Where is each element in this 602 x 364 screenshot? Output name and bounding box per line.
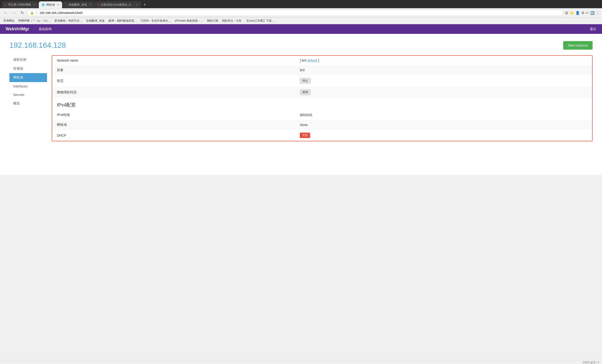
statusbar-text: CSDN @王 \ // [582,361,599,364]
ipv4-info-table: IPv4转发 BRIDGE 网络池 None DHCP 关闭 [52,110,592,141]
tab-title: (2条消息) kvm虚拟化_A pana... [101,3,134,7]
sidebar-item-Interfaces[interactable]: Interfaces [9,82,47,91]
field-value: None [295,120,592,130]
sidebar-item-网络池[interactable]: 网络池 [9,73,47,82]
bookmark-item[interactable]: 菜鸟教程 - 学的不仅… [53,18,83,23]
field-label: 设备 [52,65,295,75]
address-input[interactable] [40,11,560,15]
tab-close-button[interactable]: ✕ [57,3,59,6]
bookmark-item[interactable]: CSDN - 专业开发者社… [140,18,172,23]
bookmarks-bar: 常用网址哔哩哔哩（ *・ω）つロ…菜鸟教程 - 学的不仅…在线翻译_有道微博 –… [0,18,602,24]
bracket-open: [ [300,59,302,62]
logout-button[interactable]: 退出 [590,27,596,31]
new-instance-button[interactable]: New Instance [563,41,593,50]
field-label: 随物理机同启 [52,86,295,98]
field-value: BRIDGE [295,110,592,120]
translate-button[interactable]: 🔤 [590,11,595,15]
tab-close-button[interactable]: ✕ [136,3,138,6]
page-header: 192.168.164.128 New Instance [9,41,593,50]
field-label: IPv4转发 [52,110,295,120]
more-button[interactable]: ⋮ [596,11,600,15]
new-tab-button[interactable]: + [141,1,148,8]
sidebar-item-Secrets[interactable]: Secrets [9,91,47,99]
network-name-br0: br0 [302,59,306,62]
bookmark-item[interactable]: 微博 – 随时随地发现… [108,18,138,23]
bookmark-item[interactable]: 【Linux三剑客】下架… [244,18,276,23]
sidebar-item-概览[interactable]: 概览 [9,99,47,108]
app: WebVirtMgr 基础架构 退出 192.168.164.128 New I… [0,24,602,360]
brand-label: WebVirtMgr [6,27,29,32]
undo-button[interactable]: ↩ [586,11,589,15]
field-value: [ br0 default ] [295,56,592,65]
security-icon: 🔒 [30,11,34,15]
browser-chrome: C写文章-CSDN博客✕🌐网络池✕Y在线翻译_有道✕C(2条消息) kvm虚拟化… [0,0,602,24]
tab-close-button[interactable]: ✕ [33,3,35,6]
browser-toolbar: ← → ↻ 🔒 ⓘ ⊞ ⭐ 👤 ⚙ ↩ 🔤 ⋮ [0,8,602,18]
network-info-table: Network name [ br0 default ] 设备 br0 状态 [52,56,592,98]
sidebar: 虚机实例存储池网络池InterfacesSecrets概览 [9,55,47,141]
ipv4-section-header: IPv4配置 [52,98,592,110]
browser-tab-tab4[interactable]: C(2条消息) kvm虚拟化_A pana...✕ [95,1,141,8]
field-label: 状态 [52,75,295,86]
bookmark-item[interactable]: 在线翻译_有道 [85,18,106,23]
bookmark-item[interactable]: zFrontier 装备前线 - … [174,18,204,23]
table-row: DHCP 关闭 [52,130,592,141]
status-badge: 停止 [300,78,311,84]
browser-tab-tab2[interactable]: 🌐网络池✕ [39,1,62,8]
bookmark-item[interactable]: 我的订阅 [206,18,219,23]
bracket-close: ] [317,59,319,62]
tab-bar: C写文章-CSDN博客✕🌐网络池✕Y在线翻译_有道✕C(2条消息) kvm虚拟化… [0,0,602,8]
extensions-button[interactable]: ⊞ [565,11,568,15]
table-row: 随物理机同启 禁用 [52,86,592,98]
tab-favicon: C [5,3,7,6]
sidebar-item-存储池[interactable]: 存储池 [9,64,47,73]
info-icon: ⓘ [35,11,38,15]
bookmark-item[interactable]: 哔哩哔哩（ *・ω）つロ… [17,18,52,23]
content-area: 虚机实例存储池网络池InterfacesSecrets概览 Network na… [9,55,593,141]
table-row: 网络池 None [52,120,592,130]
bookmark-item[interactable]: 我的关注 - 斗鱼 [221,18,242,23]
autostart-badge: 禁用 [300,89,311,95]
page-title: 192.168.164.128 [9,41,66,50]
network-name-default-link[interactable]: default [307,59,317,62]
reload-button[interactable]: ↻ [19,10,25,16]
dhcp-badge: 关闭 [300,133,310,138]
forward-button[interactable]: → [11,10,17,16]
bookmark-button[interactable]: ⭐ [570,11,574,15]
field-label: Network name [52,56,295,65]
tab-favicon: Y [65,3,67,6]
main-panel: Network name [ br0 default ] 设备 br0 状态 [52,55,593,141]
tab-title: 网络池 [46,3,55,7]
field-label: DHCP [52,130,295,141]
table-row: 设备 br0 [52,65,592,75]
table-row: 状态 停止 [52,75,592,86]
field-label: 网络池 [52,120,295,130]
table-row: Network name [ br0 default ] [52,56,592,65]
tab-title: 写文章-CSDN博客 [8,3,31,7]
table-row: IPv4转发 BRIDGE [52,110,592,120]
sidebar-item-虚机实例[interactable]: 虚机实例 [9,55,47,64]
tab-favicon: 🌐 [42,3,45,6]
app-body: 192.168.164.128 New Instance 虚机实例存储池网络池I… [0,34,602,175]
field-value: 禁用 [295,86,592,98]
address-bar: 🔒 ⓘ [27,10,563,16]
app-header: WebVirtMgr 基础架构 退出 [0,24,602,34]
field-value: 停止 [295,75,592,86]
nav-link-infrastructure[interactable]: 基础架构 [39,27,52,31]
browser-tab-tab3[interactable]: Y在线翻译_有道✕ [63,1,94,8]
field-value: 关闭 [295,130,592,141]
profile-button[interactable]: 👤 [575,11,580,15]
ipv4-title: IPv4配置 [57,102,587,108]
status-bar: CSDN @王 \ // [0,360,602,364]
tab-close-button[interactable]: ✕ [89,3,91,6]
settings-button[interactable]: ⚙ [581,11,584,15]
toolbar-icons: ⊞ ⭐ 👤 ⚙ ↩ 🔤 ⋮ [565,11,600,15]
tab-favicon: C [97,3,99,6]
field-value: br0 [295,65,592,75]
back-button[interactable]: ← [2,10,9,16]
browser-tab-tab1[interactable]: C写文章-CSDN博客✕ [2,1,38,8]
tab-title: 在线翻译_有道 [68,3,87,7]
bookmark-item[interactable]: 常用网址 [2,18,16,23]
